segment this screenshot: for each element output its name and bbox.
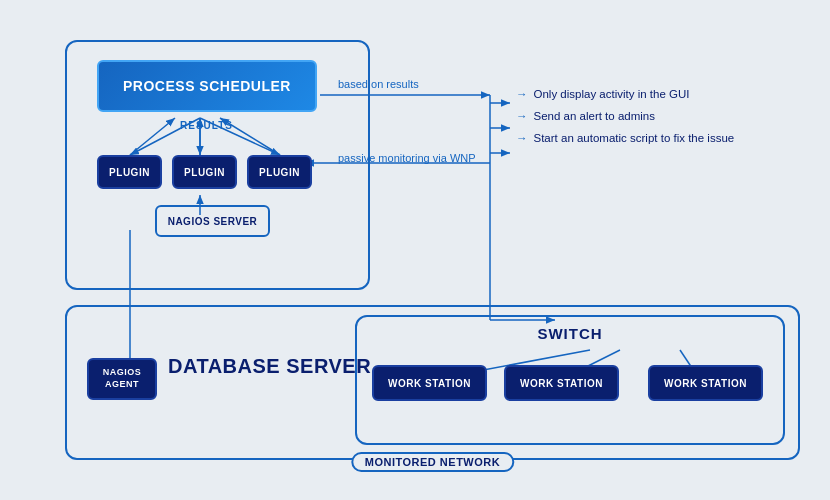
database-server-label: DATABASE SERVER <box>168 355 371 378</box>
nagios-agent-box: NAGIOS AGENT <box>87 358 157 400</box>
plugin1-box: PLUGIN <box>97 155 162 189</box>
bullet-3: Start an automatic script to fix the iss… <box>516 132 734 144</box>
switch-title: SWITCH <box>355 315 785 351</box>
workstation2-box: WORK STATION <box>504 365 619 401</box>
process-scheduler-label: PROCESS SCHEDULER <box>123 78 291 94</box>
plugin2-box: PLUGIN <box>172 155 237 189</box>
workstation1-box: WORK STATION <box>372 365 487 401</box>
action-bullets: Only display activity in the GUI Send an… <box>516 88 734 154</box>
based-on-results-label: based on results <box>338 78 419 90</box>
results-label: RESULTS <box>180 120 233 131</box>
nagios-server-box: NAGIOS SERVER <box>155 205 270 237</box>
process-scheduler-box: PROCESS SCHEDULER <box>97 60 317 112</box>
diagram: PROCESS SCHEDULER RESULTS PLUGIN PLUGIN … <box>0 0 830 500</box>
bullet-2: Send an alert to admins <box>516 110 734 122</box>
passive-monitoring-label: passive monitoring via WNP <box>338 152 476 164</box>
plugin3-box: PLUGIN <box>247 155 312 189</box>
monitored-network-label: MONITORED NETWORK <box>351 452 514 472</box>
workstation3-box: WORK STATION <box>648 365 763 401</box>
bullet-1: Only display activity in the GUI <box>516 88 734 100</box>
